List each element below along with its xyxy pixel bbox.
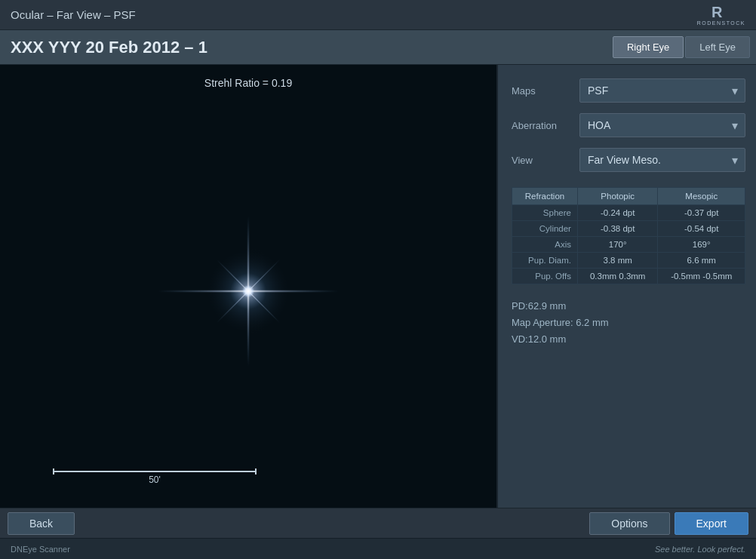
info-panel: PD:62.9 mm Map Aperture: 6.2 mm VD:12.0 … xyxy=(512,298,745,348)
table-body: Sphere-0.24 dpt-0.37 dptCylinder-0.38 dp… xyxy=(512,205,745,284)
right-action-buttons: Options Export xyxy=(589,512,748,535)
table-col-header-1: Photopic xyxy=(577,188,658,205)
maps-control-row: Maps PSF xyxy=(512,78,745,103)
back-button[interactable]: Back xyxy=(8,512,75,535)
rodenstock-logo: R RODENSTOCK xyxy=(697,4,745,26)
table-cell-2-0: Axis xyxy=(512,237,578,253)
vd-info: VD:12.0 mm xyxy=(512,331,745,348)
table-row: Pup. Diam.3.8 mm6.6 mm xyxy=(512,253,745,269)
patient-name: XXX YYY 20 Feb 2012 – 1 xyxy=(11,38,207,57)
main-content: Strehl Ratio = 0.19 50' Maps PSF Aberrat… xyxy=(0,65,756,508)
scale-bar: 50' xyxy=(53,471,257,485)
table-cell-2-1: 170° xyxy=(577,237,658,253)
right-eye-button[interactable]: Right Eye xyxy=(613,36,684,58)
left-eye-button[interactable]: Left Eye xyxy=(685,36,750,58)
table-row: Pup. Offs0.3mm 0.3mm-0.5mm -0.5mm xyxy=(512,269,745,284)
aberration-control-row: Aberration HOA xyxy=(512,113,745,137)
title-bar: Ocular – Far View – PSF R RODENSTOCK xyxy=(0,0,756,30)
table-row: Cylinder-0.38 dpt-0.54 dpt xyxy=(512,221,745,237)
table-cell-3-1: 3.8 mm xyxy=(577,253,658,269)
table-col-header-0: Refraction xyxy=(512,188,578,205)
pd-info: PD:62.9 mm xyxy=(512,298,745,315)
table-header: RefractionPhotopicMesopic xyxy=(512,188,745,205)
table-cell-2-2: 169° xyxy=(658,237,745,253)
table-cell-4-0: Pup. Offs xyxy=(512,269,578,284)
view-label: View xyxy=(512,155,572,166)
table-cell-1-0: Cylinder xyxy=(512,221,578,237)
table-cell-3-2: 6.6 mm xyxy=(658,253,745,269)
map-aperture-info: Map Aperture: 6.2 mm xyxy=(512,315,745,331)
view-control-row: View Far View Meso. xyxy=(512,148,745,172)
aberration-dropdown-wrapper: HOA xyxy=(579,113,745,137)
table-cell-0-0: Sphere xyxy=(512,205,578,221)
maps-select[interactable]: PSF xyxy=(579,78,745,103)
footer: DNEye Scanner See better. Look perfect. xyxy=(0,538,756,559)
patient-bar: XXX YYY 20 Feb 2012 – 1 Right Eye Left E… xyxy=(0,30,756,65)
svg-text:R: R xyxy=(711,4,723,20)
table-row: Axis170°169° xyxy=(512,237,745,253)
aberration-label: Aberration xyxy=(512,120,572,131)
view-select[interactable]: Far View Meso. xyxy=(579,148,745,172)
table-cell-4-1: 0.3mm 0.3mm xyxy=(577,269,658,284)
bottom-bar: Back Options Export xyxy=(0,508,756,538)
export-button[interactable]: Export xyxy=(675,512,748,535)
refraction-table: RefractionPhotopicMesopic Sphere-0.24 dp… xyxy=(512,187,745,284)
maps-label: Maps xyxy=(512,85,572,97)
right-panel: Maps PSF Aberration HOA View Far View Me… xyxy=(498,65,756,508)
aberration-select[interactable]: HOA xyxy=(579,113,745,137)
maps-dropdown-wrapper: PSF xyxy=(579,78,745,103)
table-row: Sphere-0.24 dpt-0.37 dpt xyxy=(512,205,745,221)
table-cell-1-2: -0.54 dpt xyxy=(658,221,745,237)
footer-left-text: DNEye Scanner xyxy=(11,545,70,554)
app-title: Ocular – Far View – PSF xyxy=(11,8,136,21)
left-panel: Strehl Ratio = 0.19 50' xyxy=(0,65,498,508)
view-dropdown-wrapper: Far View Meso. xyxy=(579,148,745,172)
table-cell-1-1: -0.38 dpt xyxy=(577,221,658,237)
psf-canvas xyxy=(0,65,496,508)
table-header-row: RefractionPhotopicMesopic xyxy=(512,188,745,205)
table-col-header-2: Mesopic xyxy=(658,188,745,205)
footer-right-text: See better. Look perfect. xyxy=(655,545,745,554)
logo-r-icon: R xyxy=(710,4,733,20)
scale-label: 50' xyxy=(53,475,257,485)
logo-text: RODENSTOCK xyxy=(697,20,745,26)
options-button[interactable]: Options xyxy=(589,512,669,535)
scale-line xyxy=(53,471,257,472)
eye-button-group: Right Eye Left Eye xyxy=(613,36,750,58)
table-cell-4-2: -0.5mm -0.5mm xyxy=(658,269,745,284)
table-cell-3-0: Pup. Diam. xyxy=(512,253,578,269)
table-cell-0-2: -0.37 dpt xyxy=(658,205,745,221)
table-cell-0-1: -0.24 dpt xyxy=(577,205,658,221)
